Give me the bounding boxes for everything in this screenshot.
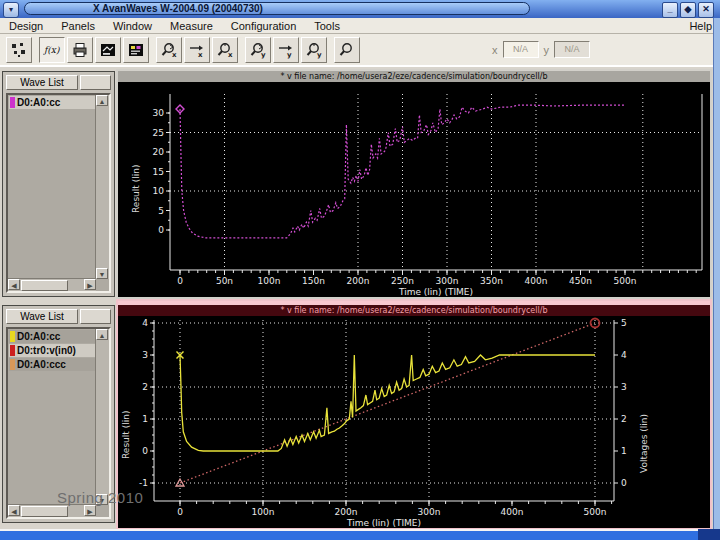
wave-list-item-label: D0:A0:cc xyxy=(17,97,60,108)
vertical-scrollbar[interactable]: ▲ ▼ xyxy=(95,329,109,505)
svg-text:2: 2 xyxy=(142,382,148,392)
zoom-y-prev-button[interactable]: y xyxy=(245,37,271,63)
panel-header-filler xyxy=(80,75,111,90)
svg-text:Time (lin) (TIME): Time (lin) (TIME) xyxy=(398,287,473,297)
y-coord-label: y xyxy=(544,44,550,56)
axes: 0100n200n300n400n500n-101234012345Time (… xyxy=(139,318,627,528)
scroll-up-button[interactable]: ▲ xyxy=(96,329,108,340)
expressions-icon: ƒ(x) xyxy=(43,41,61,59)
pan-x-button[interactable]: x xyxy=(184,37,210,63)
wave-list-item-label: D0:A0:cc xyxy=(17,331,60,342)
menu-item-design[interactable]: Design xyxy=(0,20,52,32)
wave-list-item-label: D0:tr0:v(in0) xyxy=(17,345,76,356)
menu-item-configuration[interactable]: Configuration xyxy=(222,20,305,32)
slide-footer-bar xyxy=(0,529,720,540)
zoom-x-full-icon: x xyxy=(216,41,234,59)
minimize-button[interactable]: _ xyxy=(662,2,678,18)
window-title: X AvanWaves W-2004.09 (20040730) xyxy=(24,2,530,15)
y-axis-label: Result (lin) xyxy=(131,165,141,213)
zoom-y-full-button[interactable]: y xyxy=(301,37,327,63)
design-browser-button[interactable] xyxy=(6,37,32,63)
menu-item-measure[interactable]: Measure xyxy=(161,20,222,32)
svg-text:500n: 500n xyxy=(584,507,607,517)
scroll-down-button[interactable]: ▼ xyxy=(96,268,108,279)
waveform-plot-bottom[interactable]: 0100n200n300n400n500n-101234012345Time (… xyxy=(118,316,710,528)
window-menu-button[interactable]: ▾ xyxy=(3,2,19,18)
pane-title[interactable]: * v file name: /home/usera2/eze/cadence/… xyxy=(118,305,710,316)
maximize-button[interactable]: ◆ xyxy=(680,2,696,18)
scroll-left-button[interactable]: ◀ xyxy=(8,279,20,290)
wave-list-item[interactable]: D0:A0:cc xyxy=(9,330,95,343)
svg-text:y: y xyxy=(317,51,322,59)
zoom-x-prev-button[interactable]: x xyxy=(156,37,182,63)
slide: { "window": { "title": "X AvanWaves W-20… xyxy=(0,0,720,540)
waveform-pane-top: * v file name: /home/usera2/eze/cadence/… xyxy=(116,69,712,299)
wave-list-item[interactable]: D0:tr0:v(in0) xyxy=(9,344,95,357)
pan-y-icon: y xyxy=(277,41,295,59)
waveform-pane-bottom: * v file name: /home/usera2/eze/cadence/… xyxy=(116,299,712,530)
y-axis-label: Result (lin) xyxy=(121,411,131,459)
svg-text:25: 25 xyxy=(153,128,164,138)
panels-config-button[interactable] xyxy=(123,37,149,63)
wave-list-button[interactable]: Wave List xyxy=(6,75,78,90)
panel-header-filler xyxy=(80,309,111,324)
svg-text:350n: 350n xyxy=(480,276,503,286)
wave-list-button[interactable]: Wave List xyxy=(6,309,78,324)
zoom-x-full-button[interactable]: x xyxy=(212,37,238,63)
svg-text:300n: 300n xyxy=(436,276,459,286)
pane-title[interactable]: * v file name: /home/usera2/eze/cadence/… xyxy=(118,71,710,82)
expressions-button[interactable]: ƒ(x) xyxy=(39,37,65,63)
svg-text:5: 5 xyxy=(158,206,164,216)
menu-item-panels[interactable]: Panels xyxy=(52,20,104,32)
svg-text:Time (lin) (TIME): Time (lin) (TIME) xyxy=(346,518,421,528)
vertical-scrollbar[interactable]: ▲ ▼ xyxy=(95,95,109,279)
svg-text:200n: 200n xyxy=(335,507,358,517)
menu-items: DesignPanelsWindowMeasureConfigurationTo… xyxy=(0,20,349,32)
print-button[interactable] xyxy=(67,37,93,63)
horizontal-scrollbar[interactable]: ◀ ▶ xyxy=(8,278,96,291)
scrollbar-thumb[interactable] xyxy=(21,280,68,291)
pan-y-button[interactable]: y xyxy=(273,37,299,63)
wave-list-item[interactable]: D0:A0:ccc xyxy=(9,358,95,371)
waveform-plot-top[interactable]: 050n100n150n200n250n300n350n400n450n500n… xyxy=(118,82,710,297)
zoom-x-prev-icon: x xyxy=(160,41,178,59)
svg-text:10: 10 xyxy=(153,186,165,196)
zoom-y-prev-icon: y xyxy=(249,41,267,59)
pan-x-icon: x xyxy=(188,41,206,59)
svg-text:5: 5 xyxy=(621,318,627,328)
close-button[interactable]: ✕ xyxy=(698,2,714,18)
wave-listbox[interactable]: D0:A0:cc ▲ ▼ ◀ ▶ xyxy=(6,93,111,293)
panel-header: Wave List xyxy=(6,309,111,325)
scroll-up-button[interactable]: ▲ xyxy=(96,95,108,106)
menu-item-tools[interactable]: Tools xyxy=(305,20,349,32)
wave-list-item[interactable]: D0:A0:cc xyxy=(9,96,95,109)
menubar: DesignPanelsWindowMeasureConfigurationTo… xyxy=(0,18,720,34)
zoom-box-button[interactable] xyxy=(334,37,360,63)
svg-text:1: 1 xyxy=(142,414,148,424)
gridlines xyxy=(154,320,614,501)
x-coord-value[interactable]: N/A xyxy=(503,41,539,58)
scroll-right-button[interactable]: ▶ xyxy=(84,279,96,290)
wave-list-item-label: D0:A0:ccc xyxy=(17,359,66,370)
scrollbar-thumb[interactable] xyxy=(21,506,68,517)
menu-item-window[interactable]: Window xyxy=(104,20,161,32)
scroll-left-button[interactable]: ◀ xyxy=(8,505,20,516)
y-axis-right-label: Voltages (lin) xyxy=(639,414,649,473)
cursor-coordinates: x N/A y N/A xyxy=(492,41,590,58)
zoom-box-icon xyxy=(338,41,356,59)
y-coord-value[interactable]: N/A xyxy=(554,41,590,58)
waveform-D0:tr0:v(in0) xyxy=(180,323,595,483)
svg-text:3: 3 xyxy=(621,382,627,392)
svg-text:500n: 500n xyxy=(614,276,637,286)
wave-color-swatch xyxy=(10,331,15,342)
svg-text:ƒ(x): ƒ(x) xyxy=(43,45,60,55)
waveform-D0:A0:cc xyxy=(180,105,625,238)
svg-text:0: 0 xyxy=(621,478,627,488)
window-titlebar[interactable]: ▾ X AvanWaves W-2004.09 (20040730) _◆✕ xyxy=(0,0,720,18)
svg-text:250n: 250n xyxy=(391,276,414,286)
wave-list-panel-top: Wave List D0:A0:cc ▲ ▼ ◀ ▶ xyxy=(2,71,115,297)
svg-text:20: 20 xyxy=(153,147,165,157)
results-display-button[interactable] xyxy=(95,37,121,63)
scroll-right-button[interactable]: ▶ xyxy=(84,505,96,516)
svg-text:400n: 400n xyxy=(501,507,524,517)
